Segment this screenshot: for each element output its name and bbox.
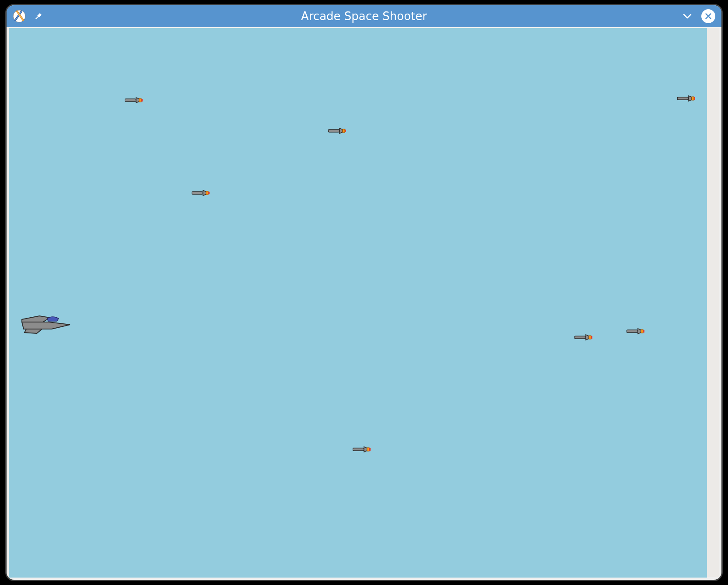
enemy-bullet bbox=[328, 127, 347, 135]
svg-rect-15 bbox=[643, 330, 644, 333]
pin-icon[interactable] bbox=[35, 12, 42, 20]
close-icon bbox=[704, 12, 712, 20]
svg-rect-9 bbox=[345, 130, 346, 132]
game-canvas[interactable] bbox=[9, 28, 707, 578]
enemy-bullet bbox=[626, 327, 646, 335]
svg-rect-6 bbox=[694, 97, 695, 100]
enemy-bullet bbox=[677, 95, 696, 102]
svg-rect-1 bbox=[125, 99, 136, 102]
close-button[interactable] bbox=[701, 9, 715, 23]
svg-rect-17 bbox=[589, 336, 591, 339]
svg-rect-7 bbox=[328, 130, 340, 132]
svg-rect-13 bbox=[626, 330, 638, 333]
svg-rect-19 bbox=[353, 448, 364, 451]
enemy-bullet bbox=[574, 333, 594, 341]
svg-rect-21 bbox=[369, 448, 371, 451]
window-frame: Arcade Space Shooter bbox=[5, 4, 723, 581]
svg-rect-18 bbox=[591, 336, 592, 339]
svg-rect-16 bbox=[574, 336, 586, 339]
enemy-bullet bbox=[353, 445, 372, 453]
svg-rect-12 bbox=[208, 192, 210, 194]
enemy-bullet bbox=[192, 189, 211, 197]
svg-rect-10 bbox=[192, 192, 203, 194]
svg-rect-14 bbox=[641, 329, 643, 333]
app-x-icon bbox=[13, 10, 26, 23]
svg-rect-4 bbox=[677, 97, 689, 100]
svg-rect-20 bbox=[367, 448, 369, 451]
svg-rect-5 bbox=[692, 97, 694, 100]
minimize-chevron-icon[interactable] bbox=[681, 10, 693, 22]
svg-rect-11 bbox=[206, 191, 208, 195]
enemy-bullet bbox=[125, 96, 144, 104]
titlebar[interactable]: Arcade Space Shooter bbox=[7, 5, 721, 27]
svg-rect-8 bbox=[343, 129, 345, 133]
window-title: Arcade Space Shooter bbox=[7, 10, 721, 23]
svg-rect-3 bbox=[141, 99, 143, 102]
client-area bbox=[9, 28, 719, 577]
player-ship bbox=[21, 312, 73, 334]
svg-rect-2 bbox=[139, 98, 141, 102]
